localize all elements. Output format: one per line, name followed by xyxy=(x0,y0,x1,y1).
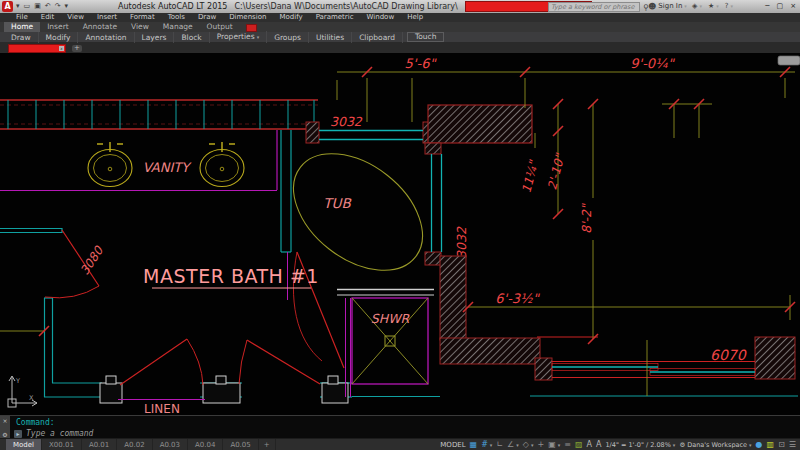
drawing-canvas[interactable]: 3032 3032 xyxy=(0,53,800,415)
menu-draw[interactable]: Draw xyxy=(198,13,216,22)
door-jamb-blocks xyxy=(100,376,348,403)
lineweight-icon[interactable]: ≡ xyxy=(564,440,571,450)
panel-utilities[interactable]: Utilities xyxy=(309,32,352,43)
tab-a0-02[interactable]: A0.02 xyxy=(117,439,152,450)
annotation-visibility-icon[interactable]: A xyxy=(586,440,591,450)
menu-format[interactable]: Format xyxy=(130,13,155,22)
menu-dimension[interactable]: Dimension xyxy=(229,13,266,22)
close-button[interactable]: × xyxy=(790,1,796,11)
tab-manage[interactable]: Manage xyxy=(156,22,200,32)
panel-clipboard[interactable]: Clipboard xyxy=(352,32,403,43)
menu-help[interactable]: Help xyxy=(407,13,423,22)
tab-annotate[interactable]: Annotate xyxy=(76,22,124,32)
window-top xyxy=(306,122,436,143)
tab-x00-01[interactable]: X00.01 xyxy=(42,439,82,450)
tab-insert[interactable]: Insert xyxy=(40,22,76,32)
help-icon[interactable]: ? xyxy=(725,2,733,11)
clean-screen-icon[interactable]: ⊡ xyxy=(778,440,785,450)
search-input[interactable] xyxy=(548,2,640,12)
exchange-apps-icon[interactable]: ◈ xyxy=(692,2,702,11)
infocenter-icons: ◈ ★ ? xyxy=(692,2,733,11)
favorites-icon[interactable]: ★ xyxy=(708,2,719,11)
menu-window[interactable]: Window xyxy=(367,13,395,22)
workspace-switcher[interactable]: ⚙ Dana's Workspace xyxy=(679,441,751,449)
panel-layers[interactable]: Layers xyxy=(135,32,175,43)
isolate-objects-icon[interactable]: ● xyxy=(756,440,763,450)
transparency-icon[interactable]: ▨ xyxy=(575,440,583,450)
bottom-bar: Model X00.01 A0.01 A0.02 A0.03 A0.04 A0.… xyxy=(0,438,800,450)
tab-a0-05[interactable]: A0.05 xyxy=(223,439,258,450)
minimize-button[interactable]: ─ xyxy=(765,1,769,11)
window-right-label: 3032 xyxy=(454,226,469,259)
vanity-label: VANITY xyxy=(143,160,192,175)
annotation-autoscale-icon[interactable]: A xyxy=(596,440,601,450)
wall-corner-topright xyxy=(428,105,532,143)
isodraft-icon[interactable]: ◇ xyxy=(523,440,534,450)
document-path: C:\Users\Dana W\Documents\AutoCAD Drawin… xyxy=(234,2,457,11)
new-drawing-icon[interactable]: ▭ xyxy=(24,1,31,12)
model-space-label[interactable]: MODEL xyxy=(440,441,465,449)
object-snap-tracking-icon[interactable]: + xyxy=(537,440,544,450)
menu-parametric[interactable]: Parametric xyxy=(316,13,354,22)
command-strip: × ⚙ xyxy=(0,416,10,439)
panel-groups[interactable]: Groups xyxy=(267,32,309,43)
tab-home[interactable]: Home xyxy=(4,22,40,32)
ortho-icon[interactable]: ∟ xyxy=(496,440,503,450)
annotation-scale-button[interactable]: 1/4" = 1'-0" / 2.08% xyxy=(605,441,675,449)
quick-access-toolbar: ▾ ▭ ▣ ↶ ↷ ▾ xyxy=(16,1,68,12)
command-history: Command: xyxy=(16,418,55,427)
menu-tools[interactable]: Tools xyxy=(168,13,185,22)
panel-modify[interactable]: Modify xyxy=(39,32,79,43)
menu-modify[interactable]: Modify xyxy=(279,13,302,22)
door-bottom-1 xyxy=(120,339,203,385)
linen-label: LINEN xyxy=(144,402,180,415)
sink-left xyxy=(88,142,132,187)
object-snap-icon[interactable]: ▣ xyxy=(548,440,560,450)
snap-icon[interactable]: # xyxy=(481,440,492,450)
new-layout-button[interactable]: + xyxy=(259,439,276,450)
tab-a0-04[interactable]: A0.04 xyxy=(188,439,223,450)
panel-annotation[interactable]: Annotation xyxy=(78,32,134,43)
tab-view[interactable]: View xyxy=(124,22,156,32)
qat-dropdown-icon[interactable]: ▾ xyxy=(65,1,69,12)
door-bottom-2 xyxy=(239,340,320,384)
command-close-icon[interactable]: × xyxy=(2,417,7,424)
command-prompt-icon: ▸ xyxy=(14,430,22,438)
polar-tracking-icon[interactable]: ∠ xyxy=(507,440,519,450)
graphics-performance-icon[interactable]: ▥ xyxy=(767,440,775,450)
grid-icon[interactable]: ▦ xyxy=(470,440,478,450)
signin-label: Sign In xyxy=(658,2,687,11)
maximize-button[interactable]: ▢ xyxy=(777,1,784,11)
file-tab-redacted[interactable]: x xyxy=(8,44,66,53)
new-file-tab-button[interactable]: + xyxy=(72,45,82,52)
signin-button[interactable]: ☻ Sign In xyxy=(648,2,687,11)
menu-file[interactable]: File xyxy=(16,13,28,22)
autocad-logo-icon[interactable]: A xyxy=(2,1,13,12)
user-icon: ☻ xyxy=(648,2,656,11)
command-line-window[interactable]: × ⚙ Command: ▸ Type a command xyxy=(0,415,800,438)
command-input[interactable]: ▸ Type a command xyxy=(14,429,93,438)
command-wrench-icon[interactable]: ⚙ xyxy=(2,431,7,438)
window-top-label: 3032 xyxy=(330,114,363,129)
redo-icon[interactable]: ↷ xyxy=(55,1,61,12)
layout-tab-bar: Model X00.01 A0.01 A0.02 A0.03 A0.04 A0.… xyxy=(0,439,276,450)
save-icon[interactable]: ▣ xyxy=(34,1,41,12)
app-menu-arrow-icon[interactable]: ▾ xyxy=(16,1,20,12)
tab-model[interactable]: Model xyxy=(6,439,42,450)
gear-icon: ⚙ xyxy=(679,441,685,449)
panel-draw[interactable]: Draw xyxy=(4,32,39,43)
tub-label: TUB xyxy=(323,195,352,211)
customize-icon[interactable]: ☰ xyxy=(789,440,796,450)
panel-properties[interactable]: Properties xyxy=(210,31,267,43)
viewport-control-button[interactable] xyxy=(778,56,800,65)
menu-edit[interactable]: Edit xyxy=(41,13,55,22)
file-tab-close-icon[interactable]: x xyxy=(59,46,64,51)
undo-icon[interactable]: ↶ xyxy=(45,1,51,12)
panel-touch[interactable]: Touch xyxy=(407,32,445,42)
tab-a0-01[interactable]: A0.01 xyxy=(82,439,117,450)
room-title: MASTER BATH #1 xyxy=(143,265,319,287)
tab-a0-03[interactable]: A0.03 xyxy=(153,439,188,450)
menu-insert[interactable]: Insert xyxy=(97,13,117,22)
menu-view[interactable]: View xyxy=(67,13,84,22)
panel-block[interactable]: Block xyxy=(174,32,209,43)
